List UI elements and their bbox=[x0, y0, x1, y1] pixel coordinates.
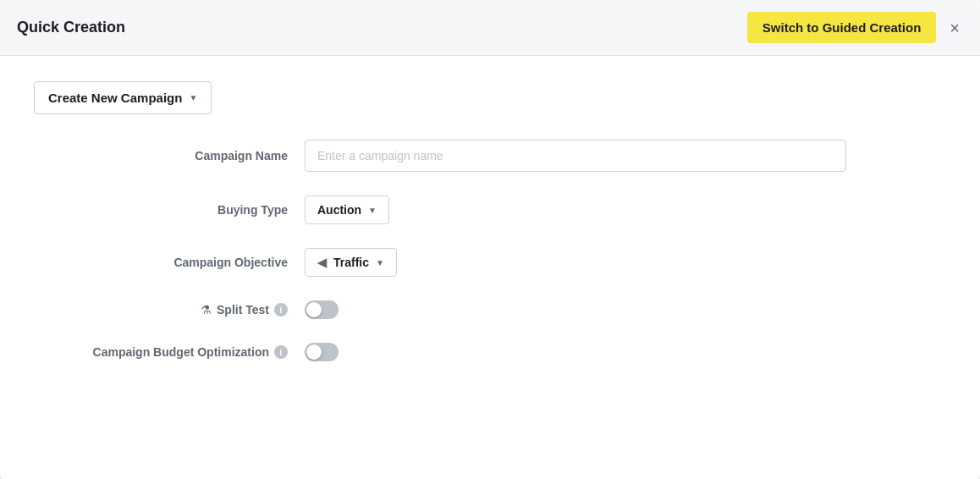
chevron-down-icon: ▼ bbox=[189, 93, 197, 102]
modal-container: Quick Creation Switch to Guided Creation… bbox=[0, 0, 980, 479]
buying-type-control: Auction ▼ bbox=[305, 195, 946, 224]
campaign-objective-row: Campaign Objective ◀ Traffic ▼ bbox=[34, 248, 946, 277]
campaign-objective-dropdown[interactable]: ◀ Traffic ▼ bbox=[305, 248, 397, 277]
buying-type-dropdown[interactable]: Auction ▼ bbox=[305, 195, 389, 224]
modal-header: Quick Creation Switch to Guided Creation… bbox=[0, 0, 980, 56]
split-test-label-area: ⚗ Split Test i bbox=[34, 303, 305, 317]
campaign-budget-label-area: Campaign Budget Optimization i bbox=[34, 345, 305, 359]
split-test-row: ⚗ Split Test i bbox=[34, 300, 946, 319]
beaker-icon: ⚗ bbox=[201, 303, 212, 317]
buying-type-row: Buying Type Auction ▼ bbox=[34, 195, 946, 224]
campaign-objective-value: Traffic bbox=[333, 256, 369, 269]
split-test-label: Split Test bbox=[217, 303, 269, 317]
cursor-icon: ◀ bbox=[317, 256, 327, 269]
switch-to-guided-button[interactable]: Switch to Guided Creation bbox=[747, 12, 937, 43]
split-test-info-icon[interactable]: i bbox=[274, 303, 288, 317]
chevron-down-icon: ▼ bbox=[368, 206, 377, 215]
chevron-down-icon: ▼ bbox=[376, 258, 384, 267]
campaign-name-label: Campaign Name bbox=[34, 149, 305, 162]
campaign-budget-info-icon[interactable]: i bbox=[274, 345, 288, 359]
buying-type-value: Auction bbox=[317, 203, 361, 217]
modal-body: Create New Campaign ▼ Campaign Name Buyi… bbox=[0, 56, 980, 479]
split-test-toggle[interactable] bbox=[305, 300, 339, 319]
campaign-budget-label: Campaign Budget Optimization bbox=[93, 345, 269, 359]
modal-title: Quick Creation bbox=[17, 19, 125, 36]
create-new-campaign-button[interactable]: Create New Campaign ▼ bbox=[34, 81, 212, 114]
split-test-toggle-area bbox=[305, 300, 946, 319]
create-campaign-label: Create New Campaign bbox=[48, 91, 182, 105]
close-button[interactable]: × bbox=[946, 16, 963, 40]
campaign-objective-control: ◀ Traffic ▼ bbox=[305, 248, 946, 277]
buying-type-label: Buying Type bbox=[34, 203, 305, 217]
header-actions: Switch to Guided Creation × bbox=[747, 12, 963, 43]
campaign-name-control bbox=[305, 140, 946, 172]
campaign-name-row: Campaign Name bbox=[34, 140, 946, 172]
campaign-objective-label: Campaign Objective bbox=[34, 256, 305, 269]
campaign-budget-row: Campaign Budget Optimization i bbox=[34, 343, 946, 361]
campaign-budget-toggle-area bbox=[305, 343, 946, 361]
campaign-name-input[interactable] bbox=[305, 140, 846, 172]
campaign-budget-toggle[interactable] bbox=[305, 343, 339, 361]
